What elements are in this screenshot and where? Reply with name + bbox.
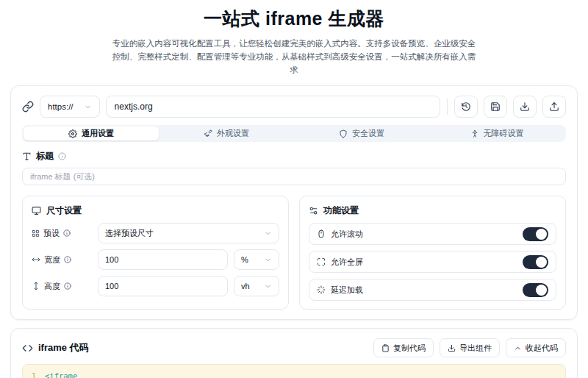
- page-title: 一站式 iframe 生成器: [0, 0, 588, 31]
- link-icon: [22, 101, 34, 113]
- code-title: iframe 代码: [22, 341, 89, 354]
- width-row: 宽度 %: [32, 249, 279, 270]
- toggle-knob: [536, 257, 547, 268]
- loader-icon: [317, 285, 326, 294]
- allow-fullscreen-toggle[interactable]: [523, 255, 548, 269]
- code-card: iframe 代码 复制代码 导出组件 收起代码 1: [10, 328, 578, 378]
- preset-row: 预设 选择预设尺寸: [32, 223, 279, 243]
- feature-label: 延迟加载: [317, 285, 363, 296]
- tab-label: 通用设置: [82, 128, 114, 139]
- feature-label: 允许全屏: [317, 257, 363, 268]
- height-unit-select[interactable]: vh: [234, 276, 279, 296]
- lazy-load-toggle[interactable]: [523, 283, 548, 297]
- collapse-code-button[interactable]: 收起代码: [506, 338, 566, 357]
- info-icon: [63, 229, 71, 237]
- feature-panel-title: 功能设置: [309, 204, 556, 217]
- copy-code-button[interactable]: 复制代码: [373, 338, 434, 357]
- feature-label-text: 允许滚动: [331, 229, 363, 240]
- generator-card: https://: [10, 85, 578, 320]
- protocol-value: https://: [48, 102, 74, 111]
- url-input[interactable]: [106, 96, 440, 118]
- save-button[interactable]: [484, 96, 507, 118]
- code-line: 1<iframe: [23, 371, 565, 378]
- height-unit-value: vh: [241, 282, 250, 290]
- chevron-down-icon: [84, 103, 92, 111]
- code-block[interactable]: 1<iframe2 src="https://nextjs.org" width…: [22, 364, 566, 378]
- copy-code-label: 复制代码: [393, 343, 426, 354]
- shield-icon: [339, 129, 348, 138]
- code-line-content: <iframe: [45, 371, 77, 378]
- line-number: 1: [23, 371, 45, 378]
- width-label-text: 宽度: [44, 254, 60, 265]
- feature-panel: 功能设置 允许滚动 允许全屏: [299, 196, 566, 310]
- paintbrush-icon: [204, 129, 212, 138]
- feature-label-text: 延迟加载: [331, 285, 363, 296]
- url-bar: https://: [22, 96, 566, 118]
- allow-scrolling-toggle[interactable]: [523, 227, 548, 241]
- size-panel-title: 尺寸设置: [32, 204, 279, 217]
- code-title-text: iframe 代码: [38, 341, 89, 354]
- feature-label: 允许滚动: [317, 229, 363, 240]
- grid-icon: [32, 229, 40, 238]
- accessibility-icon: [470, 129, 479, 138]
- iframe-title-input[interactable]: [22, 168, 566, 185]
- preset-select[interactable]: 选择预设尺寸: [98, 223, 279, 243]
- collapse-icon: [514, 344, 522, 352]
- save-icon: [490, 101, 501, 112]
- download-icon: [520, 101, 530, 112]
- width-label: 宽度: [32, 254, 92, 265]
- chevron-down-icon: [264, 229, 272, 238]
- tab-accessibility-settings[interactable]: 无障碍设置: [429, 126, 564, 140]
- tab-label: 安全设置: [352, 128, 384, 139]
- history-button[interactable]: [454, 96, 478, 118]
- gear-icon: [68, 129, 77, 138]
- settings-panels: 尺寸设置 预设 选择预设尺寸: [22, 196, 566, 310]
- info-icon: [64, 256, 71, 263]
- protocol-select[interactable]: https://: [40, 96, 100, 118]
- chevron-down-icon: [264, 282, 272, 290]
- feature-panel-title-text: 功能设置: [323, 204, 359, 217]
- settings-tabs: 通用设置 外观设置 安全设置 无障碍设置: [22, 125, 566, 142]
- divider: [447, 99, 448, 115]
- preset-select-value: 选择预设尺寸: [105, 228, 154, 239]
- export-icon: [448, 344, 456, 352]
- download-button[interactable]: [513, 96, 537, 118]
- height-row: 高度 vh: [32, 276, 279, 296]
- upload-button[interactable]: [542, 96, 566, 118]
- tab-label: 外观设置: [217, 128, 249, 139]
- code-header: iframe 代码 复制代码 导出组件 收起代码: [22, 338, 566, 357]
- page-subtitle: 专业的嵌入内容可视化配置工具，让您轻松创建完美的嵌入式内容。支持多设备预览、企业…: [109, 38, 480, 76]
- collapse-code-label: 收起代码: [526, 343, 558, 354]
- history-icon: [461, 101, 471, 112]
- tab-general-settings[interactable]: 通用设置: [24, 126, 159, 140]
- feature-row-scrolling: 允许滚动: [309, 223, 556, 245]
- export-component-label: 导出组件: [459, 343, 492, 354]
- tab-label: 无障碍设置: [484, 128, 524, 139]
- tab-security-settings[interactable]: 安全设置: [294, 126, 429, 140]
- size-panel-title-text: 尺寸设置: [46, 204, 82, 217]
- width-input[interactable]: [98, 249, 228, 270]
- tab-appearance-settings[interactable]: 外观设置: [159, 126, 294, 140]
- code-buttons: 复制代码 导出组件 收起代码: [373, 338, 566, 357]
- fullscreen-icon: [317, 257, 326, 266]
- height-label-text: 高度: [44, 281, 60, 292]
- arrows-horizontal-icon: [32, 255, 40, 264]
- height-input[interactable]: [98, 276, 228, 296]
- mouse-scroll-icon: [317, 229, 326, 238]
- toggle-knob: [536, 285, 547, 296]
- monitor-icon: [32, 206, 41, 215]
- code-icon: [22, 343, 33, 354]
- sliders-icon: [309, 206, 318, 215]
- chevron-down-icon: [264, 256, 272, 264]
- height-label: 高度: [32, 281, 92, 292]
- title-field-label: 标题: [22, 150, 566, 163]
- type-icon: [22, 151, 32, 161]
- copy-icon: [381, 344, 390, 352]
- info-icon: [64, 282, 71, 290]
- width-unit-select[interactable]: %: [234, 249, 279, 270]
- title-label-text: 标题: [36, 150, 54, 163]
- preset-label: 预设: [32, 228, 92, 239]
- feature-row-lazyload: 延迟加载: [309, 279, 556, 301]
- export-component-button[interactable]: 导出组件: [440, 338, 500, 357]
- toggle-knob: [536, 229, 547, 240]
